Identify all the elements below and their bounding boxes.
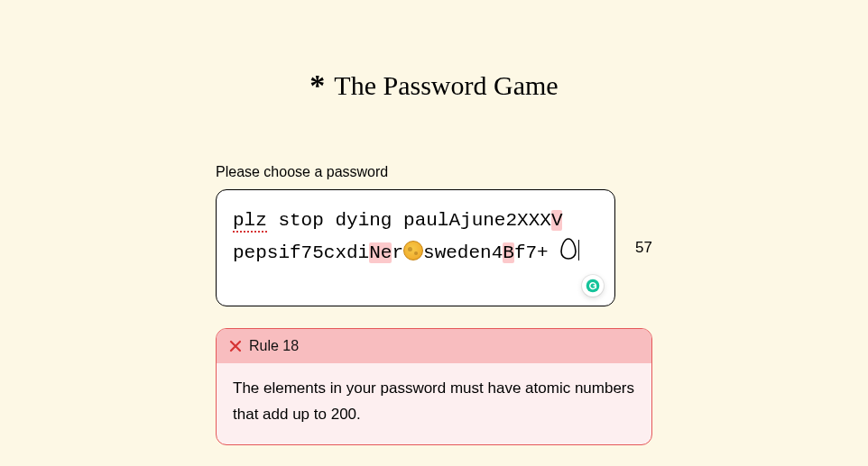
character-count: 57	[635, 239, 652, 257]
password-highlight: B	[503, 242, 514, 263]
password-highlight: Ne	[369, 242, 392, 263]
moon-icon	[403, 241, 423, 260]
rule-card: Rule 18 The elements in your password mu…	[216, 328, 652, 445]
password-input[interactable]: plz stop dying paulAjune2XXXV pepsif75cx…	[216, 189, 615, 306]
title-text: The Password Game	[334, 70, 558, 101]
password-text: sweden4	[423, 242, 503, 263]
rule-header: Rule 18	[217, 329, 651, 363]
password-text: plz	[233, 210, 267, 233]
svg-point-0	[586, 279, 600, 293]
grammarly-icon[interactable]	[582, 275, 604, 297]
text-caret	[578, 240, 579, 260]
rule-number-label: Rule 18	[249, 338, 299, 354]
page-title: * The Password Game	[309, 70, 558, 101]
egg-icon	[559, 237, 577, 260]
close-icon	[229, 340, 242, 352]
password-text: r	[392, 242, 403, 263]
password-highlight: V	[551, 210, 563, 231]
password-prompt: Please choose a password	[216, 164, 652, 180]
title-asterisk: *	[309, 70, 325, 101]
password-text: stop dying paulAjune2XXX	[267, 210, 551, 231]
rule-text: The elements in your password must have …	[217, 363, 651, 444]
password-text: f7+	[514, 242, 559, 263]
